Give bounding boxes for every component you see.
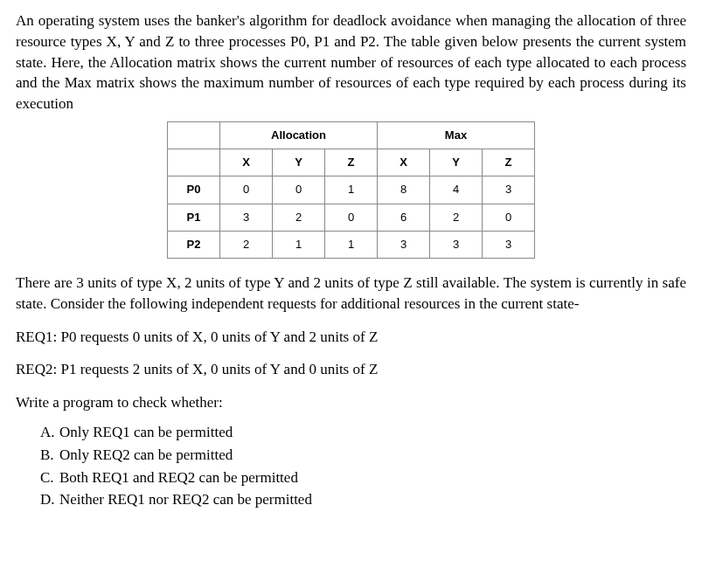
- row-p0-label: P0: [168, 176, 220, 204]
- option-letter: C.: [40, 467, 59, 488]
- cell: 3: [430, 231, 483, 258]
- table-row: P0 0 0 1 8 4 3: [168, 176, 535, 204]
- cell: 3: [483, 231, 535, 258]
- option-b: B.Only REQ2 can be permitted: [40, 445, 686, 466]
- col-max-x: X: [378, 149, 430, 176]
- allocation-header: Allocation: [220, 121, 378, 149]
- option-letter: A.: [40, 422, 59, 443]
- col-alloc-y: Y: [273, 149, 325, 176]
- cell: 2: [430, 204, 483, 231]
- cell: 1: [273, 231, 325, 258]
- col-alloc-z: Z: [325, 149, 378, 176]
- cell: 4: [430, 176, 483, 204]
- options-list: A.Only REQ1 can be permitted B.Only REQ2…: [40, 422, 686, 510]
- resource-table: Allocation Max X Y Z X Y Z P0 0 0 1 8 4 …: [167, 121, 535, 259]
- empty-corner: [168, 121, 220, 149]
- option-c: C.Both REQ1 and REQ2 can be permitted: [40, 467, 686, 488]
- cell: 0: [273, 176, 325, 204]
- table-row: P1 3 2 0 6 2 0: [168, 204, 535, 231]
- req1-text: REQ1: P0 requests 0 units of X, 0 units …: [16, 327, 686, 348]
- col-alloc-x: X: [220, 149, 273, 176]
- cell: 3: [378, 231, 430, 258]
- col-max-y: Y: [430, 149, 483, 176]
- col-max-z: Z: [483, 149, 535, 176]
- cell: 3: [220, 204, 273, 231]
- cell: 3: [483, 176, 535, 204]
- middle-paragraph: There are 3 units of type X, 2 units of …: [16, 273, 686, 315]
- intro-paragraph: An operating system uses the banker's al…: [16, 10, 686, 114]
- option-text: Neither REQ1 nor REQ2 can be permitted: [59, 491, 312, 508]
- req2-text: REQ2: P1 requests 2 units of X, 0 units …: [16, 359, 686, 380]
- cell: 1: [325, 231, 378, 258]
- row-p2-label: P2: [168, 231, 220, 258]
- table-row: P2 2 1 1 3 3 3: [168, 231, 535, 258]
- prompt-text: Write a program to check whether:: [16, 392, 686, 413]
- option-text: Only REQ1 can be permitted: [59, 424, 233, 440]
- cell: 6: [378, 204, 430, 231]
- row-p1-label: P1: [168, 204, 220, 231]
- cell: 8: [378, 176, 430, 204]
- cell: 0: [483, 204, 535, 231]
- cell: 2: [220, 231, 273, 258]
- cell: 0: [325, 204, 378, 231]
- option-a: A.Only REQ1 can be permitted: [40, 422, 686, 443]
- option-letter: D.: [40, 489, 59, 510]
- option-letter: B.: [40, 445, 59, 466]
- cell: 1: [325, 176, 378, 204]
- option-text: Both REQ1 and REQ2 can be permitted: [59, 469, 298, 486]
- empty-cell: [168, 149, 220, 176]
- max-header: Max: [378, 121, 535, 149]
- cell: 2: [273, 204, 325, 231]
- cell: 0: [220, 176, 273, 204]
- option-d: D.Neither REQ1 nor REQ2 can be permitted: [40, 489, 686, 510]
- option-text: Only REQ2 can be permitted: [59, 446, 233, 463]
